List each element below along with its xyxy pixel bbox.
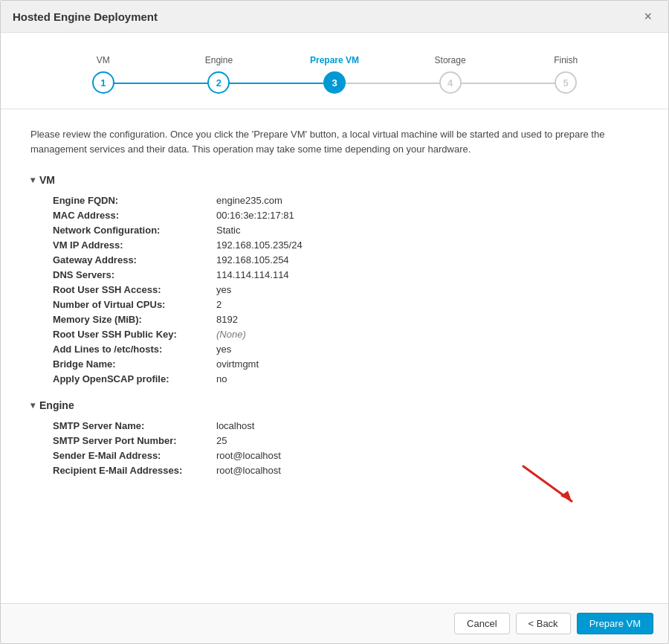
- table-row: Gateway Address:192.168.105.254: [53, 254, 639, 265]
- table-row: MAC Address:00:16:3e:12:17:81: [53, 210, 639, 221]
- table-row: SMTP Server Port Number:25: [53, 435, 639, 446]
- engine-chevron-icon: ▾: [30, 400, 35, 410]
- dialog-header: Hosted Engine Deployment ×: [1, 1, 668, 33]
- step-finish: Finish 5: [508, 55, 624, 94]
- table-row: Sender E-Mail Address:root@localhost: [53, 450, 639, 461]
- config-value: engine235.com: [216, 195, 282, 206]
- config-label: VM IP Address:: [53, 239, 216, 251]
- table-row: Recipient E-Mail Addresses:root@localhos…: [53, 465, 639, 476]
- table-row: Root User SSH Access:yes: [53, 284, 639, 295]
- stepper: VM 1 Engine 2 Prepare VM 3 Storage 4 Fin…: [1, 33, 668, 109]
- config-value: 2: [216, 299, 222, 310]
- config-value: yes: [216, 344, 231, 355]
- config-label: Bridge Name:: [53, 358, 216, 370]
- step-prepare-vm: Prepare VM 3: [277, 55, 392, 94]
- engine-section-label: Engine: [39, 399, 74, 411]
- config-value: 192.168.105.254: [216, 254, 289, 265]
- engine-config-table: SMTP Server Name:localhostSMTP Server Po…: [53, 420, 639, 476]
- config-label: Recipient E-Mail Addresses:: [53, 465, 216, 476]
- table-row: VM IP Address:192.168.105.235/24: [53, 239, 639, 251]
- config-value: Static: [216, 225, 241, 236]
- vm-section-label: VM: [39, 174, 55, 186]
- config-value: (None): [216, 329, 246, 340]
- config-label: Sender E-Mail Address:: [53, 450, 216, 461]
- step-storage: Storage 4: [392, 55, 508, 94]
- config-value: root@localhost: [216, 465, 281, 476]
- table-row: Bridge Name:ovirtmgmt: [53, 358, 639, 370]
- table-row: Memory Size (MiB):8192: [53, 314, 639, 325]
- table-row: Number of Virtual CPUs:2: [53, 299, 639, 310]
- dialog: Hosted Engine Deployment × VM 1 Engine 2…: [0, 0, 669, 644]
- config-value: 25: [216, 435, 227, 446]
- config-label: Apply OpenSCAP profile:: [53, 373, 216, 384]
- step-finish-circle: 5: [555, 71, 577, 94]
- config-label: SMTP Server Port Number:: [53, 435, 216, 446]
- intro-text: Please review the configuration. Once yo…: [30, 127, 639, 156]
- dialog-content: Please review the configuration. Once yo…: [1, 109, 668, 603]
- config-value: 114.114.114.114: [216, 269, 289, 280]
- config-label: Add Lines to /etc/hosts:: [53, 344, 216, 355]
- vm-section: ▾ VM Engine FQDN:engine235.comMAC Addres…: [30, 174, 639, 384]
- config-label: Network Configuration:: [53, 225, 216, 236]
- prepare-vm-button[interactable]: Prepare VM: [577, 613, 653, 634]
- step-vm-circle: 1: [92, 71, 114, 94]
- config-label: MAC Address:: [53, 210, 216, 221]
- table-row: Network Configuration:Static: [53, 225, 639, 236]
- step-engine: Engine 2: [161, 55, 277, 94]
- close-button[interactable]: ×: [639, 8, 656, 25]
- step-prepare-vm-line: [334, 83, 450, 84]
- step-engine-line: [219, 83, 334, 84]
- vm-config-table: Engine FQDN:engine235.comMAC Address:00:…: [53, 195, 639, 384]
- dialog-footer: Cancel < Back Prepare VM: [1, 603, 668, 643]
- step-vm-label: VM: [97, 55, 110, 65]
- step-storage-circle: 4: [439, 71, 462, 94]
- table-row: Engine FQDN:engine235.com: [53, 195, 639, 206]
- config-label: Gateway Address:: [53, 254, 216, 265]
- step-vm: VM 1: [45, 55, 161, 94]
- config-value: root@localhost: [216, 450, 281, 461]
- engine-section-header[interactable]: ▾ Engine: [30, 399, 639, 411]
- config-value: 8192: [216, 314, 238, 325]
- config-value: no: [216, 373, 227, 384]
- table-row: SMTP Server Name:localhost: [53, 420, 639, 431]
- svg-marker-1: [560, 491, 572, 501]
- config-label: DNS Servers:: [53, 269, 216, 280]
- cancel-button[interactable]: Cancel: [454, 613, 509, 634]
- config-label: Root User SSH Access:: [53, 284, 216, 295]
- step-storage-label: Storage: [435, 55, 466, 65]
- vm-section-header[interactable]: ▾ VM: [30, 174, 639, 186]
- config-label: Memory Size (MiB):: [53, 314, 216, 325]
- table-row: DNS Servers:114.114.114.114: [53, 269, 639, 280]
- step-prepare-vm-label: Prepare VM: [310, 55, 359, 65]
- table-row: Root User SSH Public Key:(None): [53, 329, 639, 340]
- table-row: Apply OpenSCAP profile:no: [53, 373, 639, 384]
- config-value: ovirtmgmt: [216, 358, 259, 370]
- config-label: Number of Virtual CPUs:: [53, 299, 216, 310]
- config-value: yes: [216, 284, 231, 295]
- step-prepare-vm-circle: 3: [323, 71, 346, 94]
- config-label: Root User SSH Public Key:: [53, 329, 216, 340]
- dialog-title: Hosted Engine Deployment: [13, 10, 158, 23]
- engine-section: ▾ Engine SMTP Server Name:localhostSMTP …: [30, 399, 639, 476]
- step-engine-label: Engine: [205, 55, 233, 65]
- vm-chevron-icon: ▾: [30, 175, 35, 185]
- step-finish-label: Finish: [554, 55, 578, 65]
- table-row: Add Lines to /etc/hosts:yes: [53, 344, 639, 355]
- config-value: localhost: [216, 420, 254, 431]
- config-value: 00:16:3e:12:17:81: [216, 210, 294, 221]
- config-label: Engine FQDN:: [53, 195, 216, 206]
- step-engine-circle: 2: [207, 71, 230, 94]
- arrow-annotation: [30, 491, 639, 535]
- config-value: 192.168.105.235/24: [216, 239, 303, 251]
- step-storage-line: [450, 83, 566, 84]
- config-label: SMTP Server Name:: [53, 420, 216, 431]
- step-vm-line: [103, 83, 219, 84]
- back-button[interactable]: < Back: [516, 613, 571, 634]
